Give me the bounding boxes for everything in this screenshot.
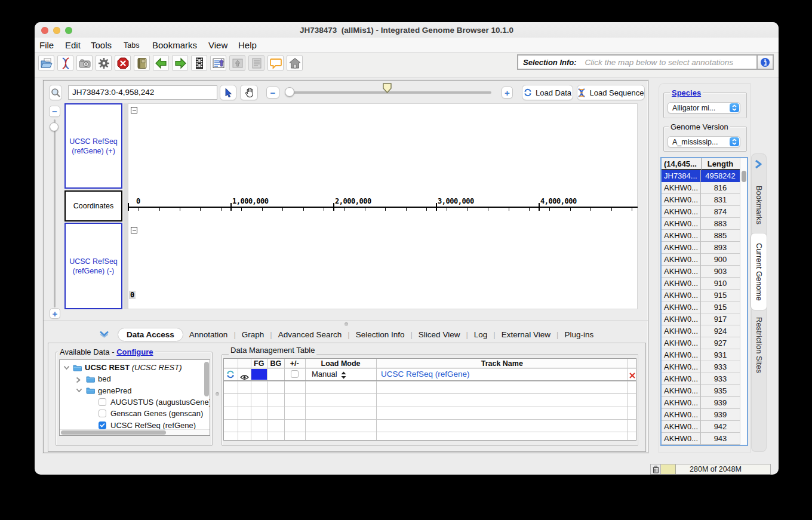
chevron-down-icon[interactable] [63, 365, 70, 374]
sequence-row[interactable]: AKHW0...915 [662, 290, 740, 301]
tab-graph[interactable]: Graph [236, 328, 270, 341]
preferences-button[interactable] [96, 55, 112, 71]
sequence-row[interactable]: AKHW0...900 [662, 254, 740, 266]
sequence-row[interactable]: JH7384...4958242 [662, 170, 740, 182]
refresh-track-icon[interactable] [226, 370, 235, 381]
sequence-row[interactable]: AKHW0...917 [662, 313, 740, 325]
menu-view[interactable]: View [208, 38, 227, 52]
fg-color-cell[interactable] [251, 369, 267, 380]
sequence-row[interactable]: AKHW0...927 [662, 337, 740, 349]
checkbox-checked[interactable] [99, 421, 106, 429]
sequence-row[interactable]: AKHW0...893 [662, 242, 740, 254]
tree-item-genepred[interactable]: genePred [60, 385, 210, 396]
tab-data-access[interactable]: Data Access [118, 328, 183, 341]
tree-item-genscan-genes-genscan-[interactable]: Genscan Genes (genscan) [60, 408, 210, 420]
h-zoom-slider-thumb[interactable] [285, 87, 294, 97]
configure-link[interactable]: Configure [116, 347, 153, 356]
sidebar-tab-restriction-sites[interactable]: Restriction Sites [751, 311, 767, 379]
load-sequence-button[interactable]: Load Sequence [577, 85, 645, 100]
track-label-forward[interactable]: UCSC RefSeq (refGene) (+) [64, 103, 122, 189]
track-label-coordinates[interactable]: Coordinates [64, 190, 122, 221]
menu-tools[interactable]: Tools [91, 38, 112, 52]
pan-tool-button[interactable] [240, 85, 258, 100]
genome-canvas[interactable]: 01,000,0002,000,0003,000,0004,000,000 0 [128, 103, 638, 309]
sequence-row[interactable]: AKHW0...933 [662, 361, 740, 373]
sequence-row[interactable]: AKHW0...883 [662, 218, 740, 230]
search-mode-button[interactable] [49, 85, 62, 100]
sequence-row[interactable]: AKHW0...910 [662, 278, 740, 290]
menu-bookmarks[interactable]: Bookmarks [152, 38, 197, 52]
tree-item-augustus-augustusgene-[interactable]: AUGUSTUS (augustusGene) [60, 396, 210, 408]
collapse-reverse-track-icon[interactable] [131, 227, 137, 233]
menu-help[interactable]: Help [238, 38, 257, 52]
visibility-eye-icon[interactable] [240, 372, 249, 383]
dmt-row[interactable]: ManualUCSC RefSeq (refGene) [224, 368, 636, 381]
snapshot-button[interactable] [76, 55, 93, 71]
sequence-row[interactable]: AKHW0...831 [662, 194, 740, 206]
h-splitter-grip[interactable] [345, 322, 348, 326]
load-mode-selector-icon[interactable] [341, 371, 346, 381]
menu-edit[interactable]: Edit [65, 38, 81, 52]
col-header-sequence[interactable]: (14,645... [664, 158, 700, 170]
tree-item-bed[interactable]: bed [60, 374, 210, 385]
zoom-in-v-button[interactable]: + [50, 308, 60, 319]
collapse-tabs-button[interactable] [98, 329, 110, 340]
checkbox-unchecked[interactable] [99, 398, 106, 406]
stop-button[interactable] [115, 55, 131, 71]
sequence-row[interactable]: AKHW0...939 [662, 397, 740, 409]
collapse-forward-track-icon[interactable] [131, 107, 137, 113]
strand-checkbox[interactable] [291, 370, 299, 378]
select-tool-button[interactable] [220, 85, 236, 100]
v-zoom-slider-thumb[interactable] [50, 122, 59, 131]
sequence-row[interactable]: AKHW0...924 [662, 325, 740, 337]
v-zoom-slider-track[interactable] [54, 119, 56, 307]
export-image-button[interactable] [210, 55, 226, 71]
load-dna-button[interactable] [57, 55, 73, 71]
collapse-sidebar-button[interactable] [754, 159, 762, 171]
web-links-button[interactable] [134, 55, 150, 71]
range-input[interactable]: JH738473:0-4,958,242 [68, 85, 217, 100]
menu-tabs[interactable]: Tabs [124, 38, 139, 52]
tab-advanced-search[interactable]: Advanced Search [272, 328, 348, 341]
checkbox-unchecked[interactable] [99, 410, 106, 417]
chevron-right-icon[interactable] [76, 376, 81, 385]
species-dropdown[interactable]: Alligator mi... [668, 102, 740, 113]
sequence-table-scrollbar-track[interactable] [740, 158, 747, 445]
tree-v-scrollbar[interactable] [204, 362, 209, 396]
tab-external-view[interactable]: External View [496, 328, 556, 341]
selection-info-button[interactable] [756, 56, 773, 69]
sequence-row[interactable]: AKHW0...903 [662, 266, 740, 278]
sidebar-tab-bookmarks[interactable]: Bookmarks [751, 179, 767, 232]
sequence-row[interactable]: AKHW0...816 [662, 182, 740, 194]
home-button[interactable] [287, 55, 303, 71]
film-button[interactable] [191, 55, 207, 71]
tab-selection-info[interactable]: Selection Info [350, 328, 411, 341]
back-button[interactable] [153, 55, 169, 71]
position-marker[interactable] [383, 83, 392, 93]
sequence-table-scrollbar-thumb[interactable] [742, 171, 746, 182]
sequence-row[interactable]: AKHW0...939 [662, 409, 740, 421]
sequence-row[interactable]: AKHW0...935 [662, 385, 740, 397]
tree-h-scrollbar[interactable] [61, 430, 166, 435]
load-data-button[interactable]: Load Data [522, 85, 573, 100]
open-file-button[interactable] [38, 55, 54, 71]
delete-track-icon[interactable] [629, 371, 636, 381]
v-splitter-grip[interactable] [216, 392, 219, 396]
sidebar-tab-current-genome[interactable]: Current Genome [751, 233, 767, 310]
track-name-value[interactable]: UCSC RefSeq (refGene) [381, 370, 470, 379]
sequence-row[interactable]: AKHW0...942 [662, 421, 740, 433]
tab-sliced-view[interactable]: Sliced View [413, 328, 466, 341]
feedback-button[interactable] [267, 55, 284, 71]
garbage-collect-button[interactable] [651, 464, 661, 474]
sequence-row[interactable]: AKHW0...915 [662, 301, 740, 313]
sequence-row[interactable]: AKHW0...874 [662, 206, 740, 218]
tree-item-ucsc-rest[interactable]: UCSC REST (UCSC REST) [60, 362, 210, 374]
forward-button[interactable] [172, 55, 188, 71]
genome-version-dropdown[interactable]: A_mississip... [668, 136, 740, 147]
sequence-row[interactable]: AKHW0...933 [662, 373, 740, 385]
selection-info-field[interactable]: Selection Info: Click the map below to s… [518, 56, 756, 69]
menu-file[interactable]: File [39, 38, 54, 52]
tab-log[interactable]: Log [468, 328, 494, 341]
load-mode-value[interactable]: Manual [312, 370, 337, 379]
col-header-length[interactable]: Length [701, 158, 740, 170]
